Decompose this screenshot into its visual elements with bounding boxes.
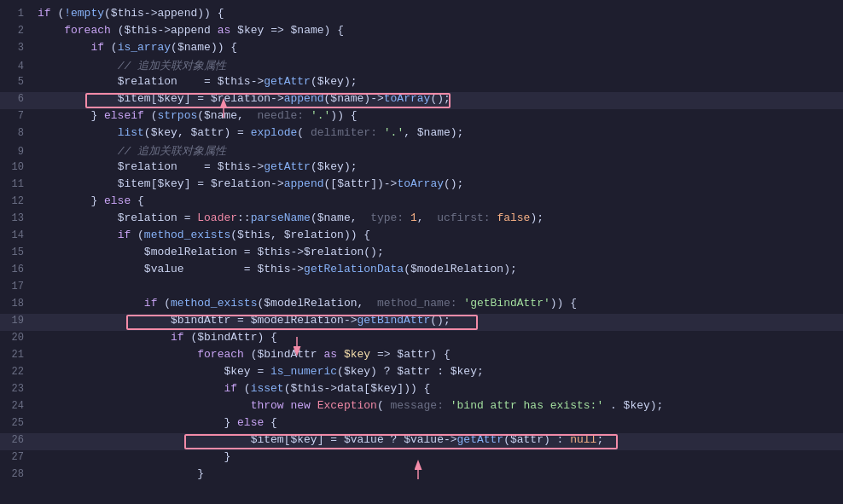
code-line-5: 5 $relation = $this->getAttr($key); [0,75,843,92]
code-line-16: 16 $value = $this->getRelationData($mode… [0,263,843,280]
code-line-9: 9 // 追加关联对象属性 [0,143,843,160]
code-line-11: 11 $item[$key] = $relation->append([$att… [0,177,843,194]
code-line-21: 21 foreach ($bindAttr as $key => $attr) … [0,348,843,365]
code-line-26: 26 $item[$key] = $value ? $value->getAtt… [0,433,843,450]
code-line-10: 10 $relation = $this->getAttr($key); [0,160,843,177]
code-line-23: 23 if (isset($this->data[$key])) { [0,382,843,399]
code-line-25: 25 } else { [0,416,843,433]
code-line-19: 19 $bindAttr = $modelRelation->getBindAt… [0,314,843,331]
code-line-3: 3 if (is_array($name)) { [0,41,843,58]
code-line-24: 24 throw new Exception( message: 'bind a… [0,399,843,416]
code-line-2: 2 foreach ($this->append as $key => $nam… [0,24,843,41]
code-line-17: 17 [0,280,843,297]
code-line-7: 7 } elseif (strpos($name, needle: '.')) … [0,109,843,126]
code-line-18: 18 if (method_exists($modelRelation, met… [0,297,843,314]
code-line-13: 13 $relation = Loader::parseName($name, … [0,211,843,229]
code-line-6: 6 $item[$key] = $relation->append($name)… [0,92,843,109]
code-line-4: 4 // 追加关联对象属性 [0,58,843,75]
code-line-15: 15 $modelRelation = $this->$relation(); [0,246,843,263]
code-line-14: 14 if (method_exists($this, $relation)) … [0,229,843,246]
code-line-28: 28 } [0,467,843,484]
code-line-20: 20 if ($bindAttr) { [0,331,843,348]
code-line-27: 27 } [0,450,843,467]
code-line-22: 22 $key = is_numeric($key) ? $attr : $ke… [0,365,843,382]
code-editor: 1 if (!empty($this->append)) { 2 foreach… [0,0,843,504]
code-line-1: 1 if (!empty($this->append)) { [0,7,843,24]
code-line-12: 12 } else { [0,194,843,211]
code-line-8: 8 list($key, $attr) = explode( delimiter… [0,126,843,143]
